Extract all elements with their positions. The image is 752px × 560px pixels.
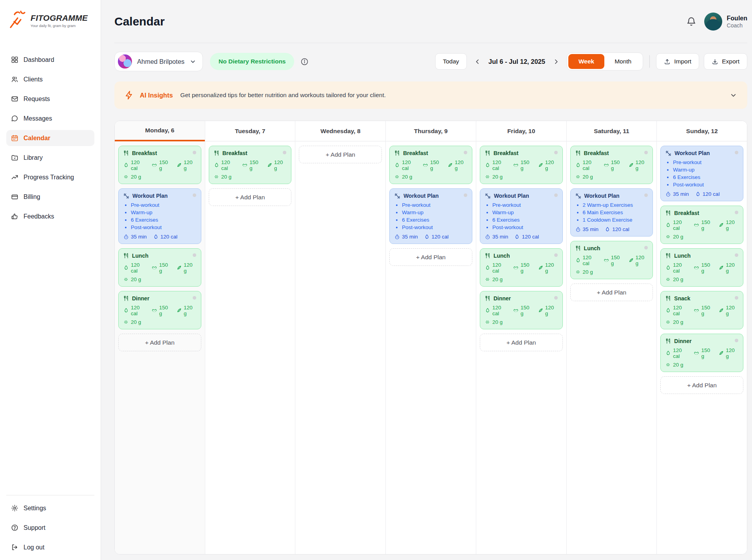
- add-plan-button[interactable]: + Add Plan: [118, 334, 201, 351]
- meal-card[interactable]: Breakfast 120 cal 150 g 120 g 20 g: [118, 146, 201, 184]
- drag-handle-dot[interactable]: [193, 151, 196, 154]
- workout-card[interactable]: Workout Plan Pre-workoutWarm-up6 Exercis…: [660, 146, 743, 201]
- drag-handle-dot[interactable]: [554, 296, 558, 300]
- meal-title: Dinner: [132, 295, 149, 302]
- meal-card[interactable]: Lunch 120 cal 150 g 120 g 20 g: [118, 248, 201, 287]
- chat-icon: [11, 115, 18, 122]
- workout-items: Pre-workoutWarm-up6 ExercisesPost-workou…: [665, 159, 738, 188]
- add-plan-button[interactable]: + Add Plan: [480, 334, 563, 351]
- meal-card[interactable]: Breakfast 120 cal 150 g 120 g 20 g: [209, 146, 292, 184]
- workout-card[interactable]: Workout Plan 2 Warm-up Exercises6 Main E…: [570, 188, 653, 237]
- meal-protein: 150 g: [521, 262, 533, 274]
- workout-item: Warm-up: [402, 210, 467, 215]
- app-title: FITOGRAMME: [31, 13, 88, 23]
- month-toggle-button[interactable]: Month: [604, 54, 642, 69]
- add-plan-button[interactable]: + Add Plan: [570, 284, 653, 301]
- dumbbell-icon: [665, 150, 671, 156]
- meal-card[interactable]: Dinner 120 cal 150 g 120 g 20 g: [480, 291, 563, 329]
- chevron-right-icon[interactable]: [551, 56, 561, 67]
- drag-handle-dot[interactable]: [554, 253, 558, 257]
- workout-duration: 35 min: [583, 226, 599, 232]
- import-export-group: Import Export: [656, 53, 747, 70]
- import-button[interactable]: Import: [656, 53, 699, 70]
- sidebar-item-progress-tracking[interactable]: Progress Tracking: [6, 169, 94, 185]
- bell-icon[interactable]: [686, 16, 696, 27]
- ai-insights-title: AI Insights: [140, 92, 173, 99]
- sidebar-item-messages[interactable]: Messages: [6, 110, 94, 126]
- info-icon[interactable]: [300, 58, 309, 66]
- drag-handle-dot[interactable]: [464, 193, 467, 197]
- meal-carbs: 120 g: [726, 305, 738, 316]
- drag-handle-dot[interactable]: [554, 151, 558, 154]
- meal-card[interactable]: Lunch 120 cal 150 g 120 g 20 g: [480, 248, 563, 287]
- workout-card[interactable]: Workout Plan Pre-workoutWarm-up6 Exercis…: [480, 188, 563, 244]
- coach-role: Coach: [727, 22, 747, 29]
- meal-card[interactable]: Breakfast 120 cal 150 g 120 g 20 g: [660, 206, 743, 244]
- drag-handle-dot[interactable]: [193, 193, 196, 197]
- drag-handle-dot[interactable]: [193, 296, 196, 300]
- drag-handle-dot[interactable]: [554, 193, 558, 197]
- meal-fats: 20 g: [492, 319, 503, 325]
- sidebar-item-settings[interactable]: Settings: [6, 500, 94, 516]
- sidebar-item-dashboard[interactable]: Dashboard: [6, 52, 94, 68]
- meal-calories: 120 cal: [221, 159, 237, 171]
- export-button[interactable]: Export: [704, 53, 747, 70]
- wheat-icon: [538, 308, 543, 313]
- profile-menu[interactable]: Foulen Coach: [704, 13, 747, 31]
- week-toggle-button[interactable]: Week: [568, 54, 604, 69]
- app-tagline: Your daily fit, gram by gram: [31, 23, 88, 28]
- meal-card[interactable]: Dinner 120 cal 150 g 120 g 20 g: [118, 291, 201, 329]
- workout-duration: 35 min: [492, 234, 508, 240]
- meal-card[interactable]: Breakfast 120 cal 150 g 120 g 20 g: [480, 146, 563, 184]
- sidebar-item-support[interactable]: Support: [6, 520, 94, 536]
- workout-item: Post-workout: [402, 224, 467, 230]
- add-plan-button[interactable]: + Add Plan: [389, 248, 472, 266]
- dumbbell-icon: [394, 193, 400, 199]
- meal-card[interactable]: Lunch 120 cal 150 g 120 g 20 g: [570, 241, 653, 279]
- drag-handle-dot[interactable]: [193, 253, 196, 257]
- sidebar-item-feedbacks[interactable]: Feedbacks: [6, 208, 94, 224]
- drag-handle-dot[interactable]: [464, 151, 467, 154]
- meal-card[interactable]: Dinner 120 cal 150 g 120 g 20 g: [660, 334, 743, 372]
- client-selector[interactable]: Ahmed Brilpotes: [114, 52, 203, 71]
- meal-protein: 150 g: [701, 219, 714, 231]
- add-plan-button[interactable]: + Add Plan: [299, 146, 382, 163]
- workout-card[interactable]: Workout Plan Pre-workoutWarm-up6 Exercis…: [118, 188, 201, 244]
- meal-calories: 120 cal: [673, 219, 689, 231]
- workout-card[interactable]: Workout Plan Pre-workoutWarm-up6 Exercis…: [389, 188, 472, 244]
- drag-handle-dot[interactable]: [735, 296, 738, 300]
- meal-protein: 150 g: [611, 159, 624, 171]
- sidebar-item-library[interactable]: Library: [6, 150, 94, 166]
- sidebar-item-billing[interactable]: Billing: [6, 189, 94, 205]
- meal-fats: 20 g: [673, 319, 683, 325]
- wheat-icon: [538, 163, 543, 168]
- today-button[interactable]: Today: [435, 53, 467, 70]
- sidebar-item-logout[interactable]: Log out: [6, 539, 94, 555]
- add-plan-button[interactable]: + Add Plan: [660, 376, 743, 394]
- workout-item: Post-workout: [131, 224, 196, 230]
- meal-card[interactable]: Lunch 120 cal 150 g 120 g 20 g: [660, 248, 743, 287]
- drag-handle-dot[interactable]: [735, 339, 738, 342]
- drag-handle-dot[interactable]: [735, 211, 738, 214]
- workout-item: Post-workout: [673, 182, 738, 188]
- meal-card[interactable]: Snack 120 cal 150 g 120 g 20 g: [660, 291, 743, 329]
- drag-handle-dot[interactable]: [735, 151, 738, 154]
- workout-calories: 120 cal: [703, 191, 720, 197]
- trending-up-icon: [11, 173, 18, 181]
- drag-handle-dot[interactable]: [735, 253, 738, 257]
- meal-calories: 120 cal: [673, 305, 689, 316]
- meal-carbs: 120 g: [726, 219, 738, 231]
- utensils-icon: [485, 296, 490, 301]
- day-header: Sunday, 12: [657, 121, 747, 141]
- mail-icon: [11, 95, 18, 103]
- sidebar-item-clients[interactable]: Clients: [6, 71, 94, 87]
- sidebar-item-calendar[interactable]: Calendar: [6, 130, 94, 146]
- day-header: Monday, 6: [115, 121, 205, 141]
- chevron-down-icon[interactable]: [730, 92, 737, 99]
- sidebar-item-requests[interactable]: Requests: [6, 91, 94, 107]
- meal-fats: 20 g: [131, 276, 141, 282]
- chevron-left-icon[interactable]: [472, 56, 483, 67]
- meal-card[interactable]: Breakfast 120 cal 150 g 120 g 20 g: [389, 146, 472, 184]
- meal-card[interactable]: Breakfast 120 cal 150 g 120 g 20 g: [570, 146, 653, 184]
- add-plan-button[interactable]: + Add Plan: [209, 188, 292, 206]
